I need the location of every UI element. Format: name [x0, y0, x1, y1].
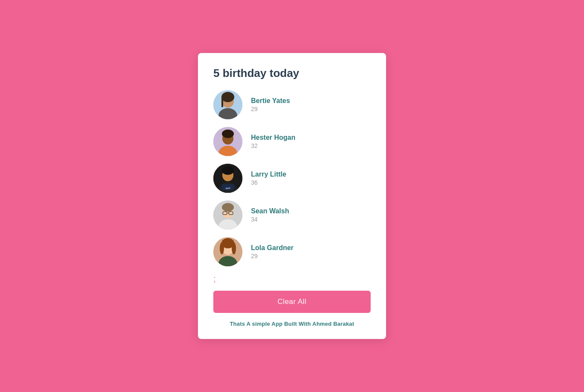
avatar	[213, 237, 242, 266]
list-item: Lola Gardner 29	[213, 237, 371, 266]
person-name: Hester Hogan	[251, 134, 295, 141]
person-age: 34	[251, 216, 289, 223]
svg-point-26	[220, 242, 224, 254]
footer-text: Thats A simple App Built With Ahmed Bara…	[213, 321, 371, 327]
svg-point-3	[221, 92, 234, 102]
list-item: Bertie Yates 29	[213, 90, 371, 119]
person-info: Larry Little 36	[251, 171, 286, 186]
person-info: Lola Gardner 29	[251, 244, 294, 259]
card-title: 5 birthday today	[213, 67, 371, 80]
person-age: 29	[251, 106, 290, 112]
person-age: 32	[251, 142, 295, 149]
avatar	[213, 127, 242, 156]
person-age: 36	[251, 179, 286, 186]
svg-point-8	[222, 130, 234, 138]
avatar	[213, 90, 242, 119]
svg-rect-4	[221, 97, 223, 107]
person-info: Sean Walsh 34	[251, 207, 289, 223]
avatar	[213, 200, 242, 230]
list-item: Sean Walsh 34	[213, 200, 371, 230]
birthday-card: 5 birthday today Bertie Yates 29	[198, 53, 386, 339]
person-name: Larry Little	[251, 171, 286, 178]
svg-point-18	[222, 203, 234, 212]
person-info: Hester Hogan 32	[251, 134, 295, 149]
list-item: april Larry Little 36	[213, 164, 371, 193]
person-age: 29	[251, 253, 294, 259]
list-item: Hester Hogan 32	[213, 127, 371, 156]
clear-all-button[interactable]: Clear All	[213, 291, 371, 313]
semicolon-decoration: ;	[213, 274, 371, 284]
avatar: april	[213, 164, 242, 193]
person-list: Bertie Yates 29 Hester Hogan 32	[213, 90, 371, 266]
svg-point-12	[222, 166, 234, 175]
person-info: Bertie Yates 29	[251, 97, 290, 112]
person-name: Bertie Yates	[251, 97, 290, 105]
svg-point-27	[232, 242, 236, 254]
svg-text:april: april	[225, 187, 230, 189]
person-name: Sean Walsh	[251, 207, 289, 215]
person-name: Lola Gardner	[251, 244, 294, 252]
